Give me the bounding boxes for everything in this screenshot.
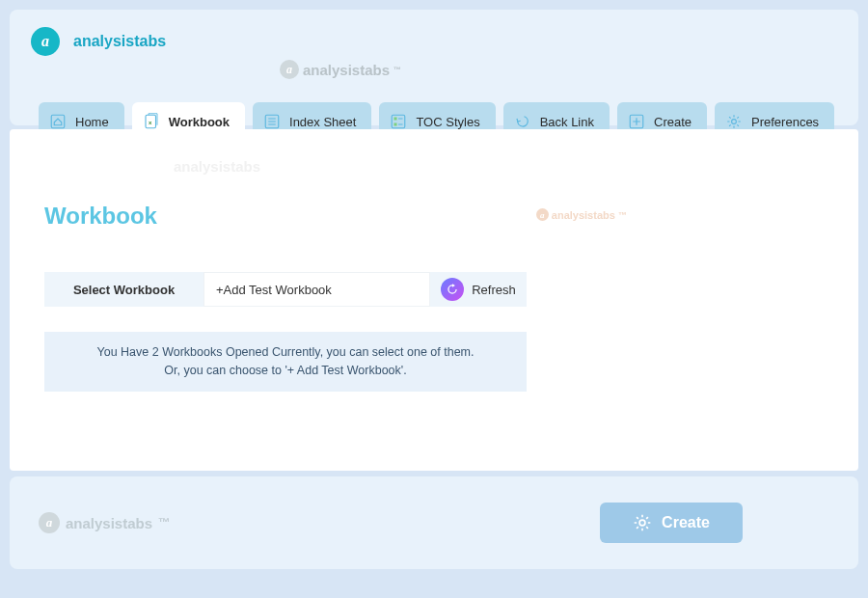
back-link-icon — [513, 112, 532, 131]
info-line-2: Or, you can choose to '+ Add Test Workbo… — [56, 362, 515, 380]
toc-styles-icon — [389, 112, 408, 131]
watermark-side: a analysistabs™ — [536, 208, 627, 221]
info-line-1: You Have 2 Workbooks Opened Currently, y… — [56, 343, 515, 362]
footer-bar: a analysistabs™ Create — [10, 476, 858, 569]
gear-icon — [724, 112, 744, 131]
select-workbook-label: Select Workbook — [44, 272, 203, 307]
brand-logo-icon: a — [31, 27, 60, 56]
svg-rect-0 — [51, 115, 65, 128]
svg-rect-8 — [394, 118, 397, 121]
brand-name: analysistabs — [73, 33, 166, 50]
watermark-side-icon: a — [536, 208, 549, 221]
watermark-footer: a analysistabs™ — [39, 512, 171, 533]
app-shell: a analysistabs a analysistabs™ Home x Wo… — [0, 0, 868, 598]
select-workbook-row: Select Workbook +Add Test Workbook Refre… — [44, 272, 527, 307]
select-workbook-dropdown[interactable]: +Add Test Workbook — [203, 272, 430, 307]
create-gear-icon — [633, 513, 652, 532]
refresh-label: Refresh — [472, 283, 516, 297]
tab-label: Workbook — [169, 115, 230, 129]
tab-label: Preferences — [751, 115, 819, 129]
tab-label: Create — [654, 115, 692, 129]
home-icon — [48, 112, 68, 131]
create-icon — [627, 112, 646, 131]
select-workbook-value: +Add Test Workbook — [216, 283, 332, 297]
watermark-badge-icon: a — [280, 60, 299, 79]
brand-row: a analysistabs — [31, 27, 837, 56]
page-title: Workbook — [44, 203, 824, 230]
svg-rect-9 — [394, 123, 397, 126]
watermark-content: analysistabs — [174, 158, 260, 175]
svg-text:x: x — [149, 120, 152, 125]
tab-label: TOC Styles — [416, 115, 479, 129]
svg-point-14 — [639, 520, 645, 526]
refresh-icon — [441, 278, 464, 301]
create-button-label: Create — [662, 514, 710, 531]
tab-label: Back Link — [540, 115, 594, 129]
svg-rect-7 — [393, 115, 406, 128]
create-button[interactable]: Create — [600, 503, 743, 543]
header-card: a analysistabs a analysistabs™ Home x Wo… — [10, 10, 858, 125]
svg-point-13 — [732, 120, 737, 124]
tab-label: Index Sheet — [289, 115, 356, 129]
content-panel: analysistabs Workbook a analysistabs™ Se… — [10, 129, 858, 471]
watermark-top: a analysistabs™ — [280, 60, 401, 79]
refresh-button[interactable]: Refresh — [430, 272, 527, 307]
watermark-footer-icon: a — [39, 512, 60, 533]
workbook-icon: x — [142, 112, 161, 131]
index-sheet-icon — [262, 112, 282, 131]
info-message: You Have 2 Workbooks Opened Currently, y… — [44, 332, 527, 392]
tab-label: Home — [75, 115, 109, 129]
watermark-text: analysistabs — [303, 62, 390, 78]
